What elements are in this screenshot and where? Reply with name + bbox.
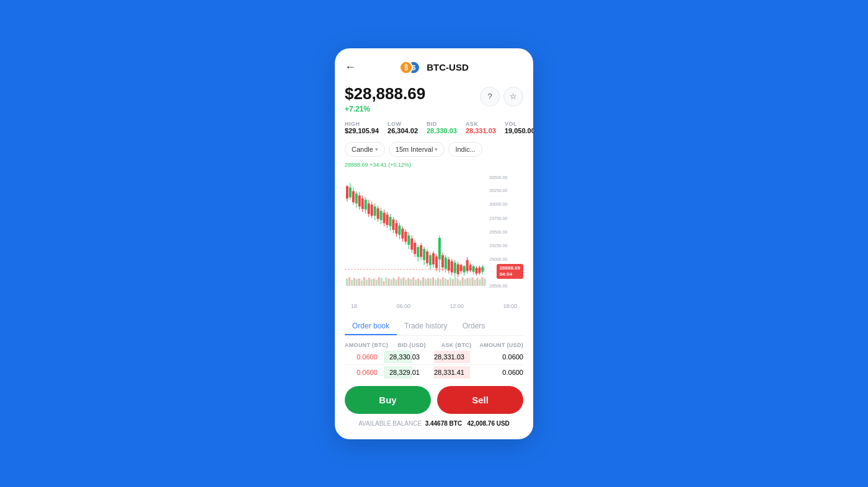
svg-rect-11 [351,279,353,286]
x-label-18: 18 [351,303,357,309]
svg-rect-36 [412,277,414,286]
svg-rect-45 [435,279,436,286]
indicators-label: Indic... [455,146,475,153]
svg-rect-17 [366,279,368,286]
svg-rect-145 [466,260,469,271]
col-amount-usd: AMOUNT (USD) [479,342,523,348]
btc-icon: ₿ [399,61,413,74]
svg-rect-24 [383,281,385,286]
chart-price-label: 28888.69 +34.41 (+0.12%) [345,162,523,168]
row1-ask: 28,331.03 [434,353,479,361]
svg-rect-64 [481,277,483,286]
stat-vol-value: 19,050.00 [505,127,533,134]
x-label-06: 06:00 [396,303,410,309]
svg-rect-133 [448,259,450,270]
svg-rect-13 [356,279,358,286]
watchlist-button[interactable]: ☆ [503,87,523,107]
svg-rect-79 [365,200,367,209]
candle-chevron: ▾ [375,146,378,152]
svg-rect-99 [395,223,397,234]
svg-text:30250.00: 30250.00 [489,188,507,193]
tab-order-book[interactable]: Order book [345,318,397,335]
svg-rect-39 [420,280,422,286]
stat-high-label: HIGH [345,121,379,127]
svg-rect-101 [398,226,401,235]
svg-rect-115 [420,245,422,257]
price-section: $28,888.69 +7.21% ? ☆ [345,84,523,113]
svg-rect-129 [441,255,444,267]
buy-button[interactable]: Buy [345,386,431,414]
stat-vol-label: VOL [505,121,533,127]
price-row: $28,888.69 +7.21% ? ☆ [345,84,523,113]
svg-rect-75 [358,195,361,206]
balance-label: AVAILABLE BALANCE [358,420,422,427]
svg-rect-77 [361,198,364,209]
svg-text:29750.00: 29750.00 [489,216,507,221]
indicators-selector[interactable]: Indic... [448,142,482,157]
svg-rect-137 [454,262,456,273]
svg-rect-57 [464,279,466,286]
svg-rect-34 [407,278,409,286]
chart-x-labels: 18 06:00 12:00 18:00 [345,303,523,309]
svg-rect-85 [374,206,376,216]
tab-orders[interactable]: Orders [455,318,493,335]
svg-rect-49 [445,278,446,286]
divider [345,364,523,365]
svg-rect-153 [479,267,481,273]
svg-rect-56 [462,277,464,286]
back-button[interactable]: ← [345,61,356,74]
price-info: $28,888.69 +7.21% [345,84,425,113]
svg-rect-14 [358,278,360,286]
svg-rect-103 [401,229,404,239]
svg-rect-53 [454,277,456,286]
pair-title: BTC-USD [427,62,469,72]
svg-rect-93 [386,214,389,225]
order-row-2: 0.0600 28,329.01 28,331.41 0.0600 [345,366,523,379]
svg-rect-59 [469,278,471,286]
svg-rect-29 [395,279,397,286]
help-button[interactable]: ? [480,87,500,107]
svg-rect-33 [405,279,407,286]
svg-text:30500.00: 30500.00 [489,175,507,179]
tab-trade-history[interactable]: Trade history [397,318,455,335]
svg-rect-44 [432,277,434,286]
candlestick-chart: 30500.00 30250.00 30000.00 29750.00 2950… [345,170,523,301]
svg-rect-111 [414,242,416,253]
candle-label: Candle [352,146,373,153]
svg-rect-113 [417,247,419,257]
sell-button[interactable]: Sell [437,386,523,414]
svg-rect-117 [423,248,425,260]
balance-btc: 3.44678 BTC [425,420,462,427]
tabs: Order book Trade history Orders [345,318,523,336]
svg-rect-69 [349,187,352,197]
svg-rect-35 [410,279,412,286]
stat-low-label: LOW [388,121,418,127]
svg-rect-20 [373,278,375,286]
svg-rect-19 [371,279,373,286]
svg-rect-38 [417,278,419,286]
svg-rect-151 [476,268,478,273]
svg-rect-105 [404,232,407,242]
svg-rect-149 [472,266,475,271]
stat-bid: BID 28,330.03 [427,121,457,134]
col-amount-btc: AMOUNT (BTC) [345,342,389,348]
svg-rect-81 [368,203,370,214]
svg-rect-54 [457,278,459,286]
svg-rect-30 [397,276,399,286]
row2-amount-usd: 0.0600 [479,369,523,376]
svg-rect-16 [363,277,365,286]
svg-rect-119 [426,251,428,263]
svg-rect-55 [459,280,461,286]
svg-rect-58 [467,278,469,286]
svg-text:30000.00: 30000.00 [489,202,507,206]
svg-rect-107 [407,235,410,245]
candle-selector[interactable]: Candle ▾ [345,142,385,157]
stat-bid-value: 28,330.03 [427,127,457,134]
svg-text:28500.00: 28500.00 [489,284,507,288]
svg-rect-97 [392,219,394,230]
interval-selector[interactable]: 15m Interval ▾ [389,142,445,157]
stats-row: HIGH $29,105.94 LOW 26,304.02 BID 28,330… [345,121,523,134]
svg-rect-123 [432,253,435,264]
svg-rect-89 [380,211,383,220]
svg-rect-155 [481,266,484,271]
